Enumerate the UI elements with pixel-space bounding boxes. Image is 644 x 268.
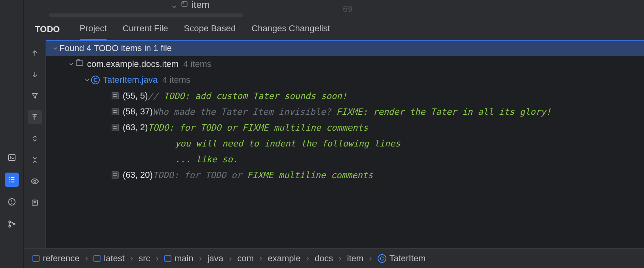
- chevron-right-icon: ›: [130, 253, 133, 264]
- preview-button[interactable]: [28, 174, 42, 188]
- file-name-label: TaterItem.java: [103, 75, 158, 85]
- structure-breadcrumb-item[interactable]: ⌄ item: [170, 0, 209, 10]
- chevron-right-icon: ›: [199, 253, 202, 264]
- todo-item-continuation: ... like so.: [46, 151, 644, 167]
- navigation-breadcrumb: reference›latest›src›main›java›com›examp…: [24, 248, 644, 268]
- expand-all-button[interactable]: [28, 131, 42, 146]
- terminal-tool-button[interactable]: [5, 150, 19, 165]
- breadcrumb-label: java: [207, 253, 223, 264]
- breadcrumb-segment[interactable]: main: [164, 253, 194, 264]
- structure-item-label: item: [192, 0, 209, 10]
- svg-point-7: [183, 3, 184, 4]
- editor-horizontal-scrollbar[interactable]: [49, 13, 243, 17]
- svg-point-2: [11, 203, 12, 204]
- problems-tool-button[interactable]: [5, 195, 19, 209]
- svg-point-5: [13, 223, 15, 225]
- chevron-right-icon: ›: [306, 253, 309, 264]
- todo-tree[interactable]: Found 4 TODO items in 1 file com.example…: [46, 40, 644, 248]
- svg-point-8: [34, 180, 36, 182]
- todo-root-label: Found 4 TODO items in 1 file: [59, 43, 172, 53]
- chevron-right-icon: ›: [338, 253, 341, 264]
- chevron-right-icon: ›: [369, 253, 372, 264]
- todo-item-text: Who made the Tater Item invisible? FIXME…: [153, 107, 551, 117]
- previous-occurrence-button[interactable]: [28, 46, 42, 60]
- text-file-icon: [112, 92, 119, 99]
- breadcrumb-segment[interactable]: reference: [32, 253, 80, 264]
- svg-point-4: [9, 225, 11, 227]
- todo-item[interactable]: (58, 37) Who made the Tater Item invisib…: [46, 104, 644, 120]
- breadcrumb-label: TaterItem: [389, 253, 426, 264]
- editor-tab-strip: ⌄ item 69: [24, 0, 644, 18]
- vcs-tool-button[interactable]: [5, 217, 19, 231]
- todo-item-coord: (63, 2): [123, 122, 148, 133]
- todo-tool-button[interactable]: [5, 173, 19, 187]
- chevron-down-icon: ⌄: [170, 0, 177, 10]
- group-by-button[interactable]: [28, 196, 42, 210]
- todo-item-continuation: you will need to indent the following li…: [46, 135, 644, 151]
- chevron-down-icon: [68, 61, 75, 67]
- todo-side-toolbar: [24, 40, 46, 248]
- todo-item[interactable]: (55, 5) // TODO: add custom Tater sounds…: [46, 88, 644, 104]
- folder-icon: [180, 0, 188, 10]
- package-name-label: com.example.docs.item: [87, 59, 179, 69]
- tab-changes-changelist[interactable]: Changes Changelist: [251, 23, 330, 35]
- package-icon: [75, 59, 84, 70]
- todo-item[interactable]: (63, 2) TODO: for TODO or FIXME multilin…: [46, 120, 644, 135]
- todo-item-text: TODO: for TODO or FIXME multiline commen…: [153, 170, 373, 180]
- todo-file-node[interactable]: C TaterItem.java 4 items: [46, 72, 644, 88]
- breadcrumb-label: item: [347, 253, 364, 264]
- breadcrumb-segment[interactable]: item: [347, 253, 364, 264]
- breadcrumb-segment[interactable]: com: [237, 253, 254, 264]
- todo-item-coord: (63, 20): [123, 170, 153, 180]
- breadcrumb-segment[interactable]: CTaterItem: [378, 253, 426, 264]
- text-file-icon: [112, 124, 119, 131]
- todo-package-node[interactable]: com.example.docs.item 4 items: [46, 56, 644, 72]
- breadcrumb-label: reference: [43, 253, 80, 264]
- editor-gutter-line-number: 69: [343, 4, 352, 14]
- todo-item-coord: (55, 5): [123, 91, 148, 101]
- todo-item-text: // TODO: add custom Tater sounds soon!: [148, 91, 347, 101]
- tab-project[interactable]: Project: [80, 23, 106, 35]
- breadcrumb-segment[interactable]: latest: [93, 253, 125, 264]
- breadcrumb-segment[interactable]: example: [268, 253, 300, 264]
- chevron-down-icon: [52, 45, 59, 51]
- todo-root-node[interactable]: Found 4 TODO items in 1 file: [46, 40, 644, 56]
- chevron-right-icon: ›: [85, 253, 88, 264]
- breadcrumb-segment[interactable]: src: [139, 253, 150, 264]
- tab-current-file[interactable]: Current File: [123, 23, 168, 35]
- package-count-label: 4 items: [183, 59, 211, 69]
- collapse-all-button[interactable]: [28, 153, 42, 167]
- text-file-icon: [112, 108, 119, 115]
- svg-rect-6: [182, 2, 187, 6]
- file-count-label: 4 items: [162, 75, 190, 85]
- module-icon: [32, 255, 40, 262]
- svg-rect-10: [76, 61, 83, 66]
- activity-bar: [0, 0, 24, 268]
- chevron-right-icon: ›: [156, 253, 159, 264]
- module-icon: [93, 255, 101, 262]
- breadcrumb-label: example: [268, 253, 300, 264]
- chevron-right-icon: ›: [259, 253, 262, 264]
- text-file-icon: [112, 171, 119, 179]
- java-class-icon: C: [91, 76, 100, 84]
- breadcrumb-segment[interactable]: java: [207, 253, 223, 264]
- tab-scope-based[interactable]: Scope Based: [184, 23, 236, 35]
- breadcrumb-label: com: [237, 253, 254, 264]
- breadcrumb-label: docs: [315, 253, 333, 264]
- autoscroll-to-source-button[interactable]: [28, 110, 42, 124]
- chevron-right-icon: ›: [229, 253, 232, 264]
- svg-point-3: [9, 221, 11, 223]
- breadcrumb-segment[interactable]: docs: [315, 253, 333, 264]
- todo-item[interactable]: (63, 20) TODO: for TODO or FIXME multili…: [46, 167, 644, 183]
- todo-item-coord: (58, 37): [123, 106, 153, 117]
- svg-rect-0: [8, 155, 15, 161]
- chevron-down-icon: [84, 77, 91, 83]
- next-occurrence-button[interactable]: [28, 67, 42, 82]
- todo-panel-title: TODO: [35, 24, 60, 34]
- todo-item-text: TODO: for TODO or FIXME multiline commen…: [148, 123, 368, 133]
- module-icon: [164, 255, 171, 262]
- breadcrumb-label: latest: [104, 253, 125, 264]
- java-class-icon: C: [378, 254, 386, 263]
- breadcrumb-label: main: [175, 253, 194, 264]
- filter-button[interactable]: [28, 89, 42, 103]
